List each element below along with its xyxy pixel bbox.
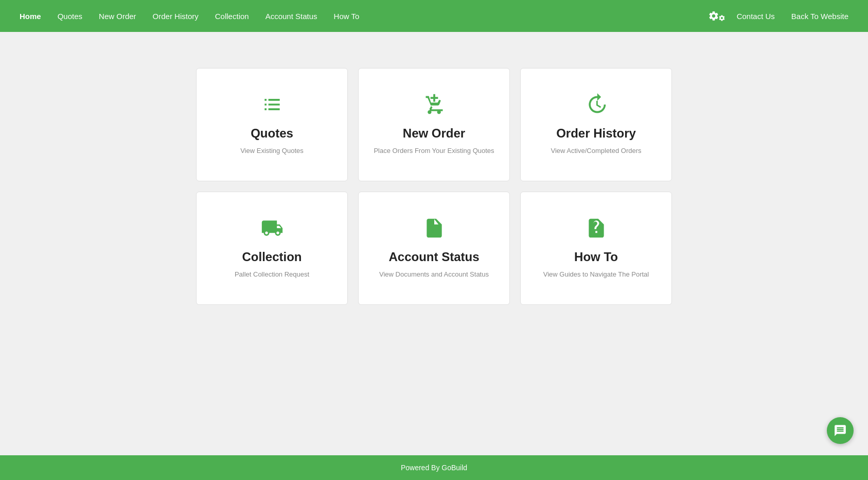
nav-home[interactable]: Home	[12, 0, 48, 32]
collection-desc: Pallet Collection Request	[235, 269, 309, 280]
order-history-title: Order History	[556, 126, 636, 141]
nav-back-to-website[interactable]: Back To Website	[784, 0, 856, 32]
quotes-title: Quotes	[251, 126, 293, 141]
new-order-icon	[423, 93, 446, 119]
how-to-desc: View Guides to Navigate The Portal	[543, 269, 649, 280]
main-content: Quotes View Existing Quotes New Order Pl…	[0, 32, 868, 455]
card-grid: Quotes View Existing Quotes New Order Pl…	[196, 68, 672, 305]
card-account-status[interactable]: $ Account Status View Documents and Acco…	[358, 192, 510, 305]
nav-right: Contact Us Back To Website	[708, 0, 856, 32]
order-history-desc: View Active/Completed Orders	[551, 146, 641, 156]
footer: Powered By GoBuild	[0, 455, 868, 480]
nav-order-history[interactable]: Order History	[146, 0, 206, 32]
new-order-title: New Order	[403, 126, 465, 141]
quotes-icon	[261, 93, 284, 119]
nav-account-status[interactable]: Account Status	[258, 0, 325, 32]
account-status-title: Account Status	[388, 250, 479, 264]
card-how-to[interactable]: How To View Guides to Navigate The Porta…	[520, 192, 672, 305]
footer-text: Powered By GoBuild	[401, 464, 467, 472]
card-collection[interactable]: Collection Pallet Collection Request	[196, 192, 348, 305]
card-order-history[interactable]: Order History View Active/Completed Orde…	[520, 68, 672, 181]
nav-collection[interactable]: Collection	[208, 0, 256, 32]
order-history-icon	[585, 93, 608, 119]
nav-new-order[interactable]: New Order	[92, 0, 144, 32]
nav-contact-us[interactable]: Contact Us	[730, 0, 782, 32]
collection-title: Collection	[242, 250, 302, 264]
new-order-desc: Place Orders From Your Existing Quotes	[374, 146, 494, 156]
nav-quotes[interactable]: Quotes	[50, 0, 90, 32]
quotes-desc: View Existing Quotes	[240, 146, 304, 156]
account-status-icon: $	[423, 217, 446, 243]
settings-icon	[708, 10, 725, 22]
svg-text:$: $	[431, 229, 434, 234]
collection-icon	[261, 217, 284, 243]
card-quotes[interactable]: Quotes View Existing Quotes	[196, 68, 348, 181]
nav-left: Home Quotes New Order Order History Coll…	[12, 0, 708, 32]
how-to-icon	[585, 217, 608, 243]
navigation: Home Quotes New Order Order History Coll…	[0, 0, 868, 32]
card-new-order[interactable]: New Order Place Orders From Your Existin…	[358, 68, 510, 181]
how-to-title: How To	[574, 250, 618, 264]
account-status-desc: View Documents and Account Status	[379, 269, 489, 280]
nav-how-to[interactable]: How To	[327, 0, 367, 32]
chat-button[interactable]	[827, 417, 854, 444]
